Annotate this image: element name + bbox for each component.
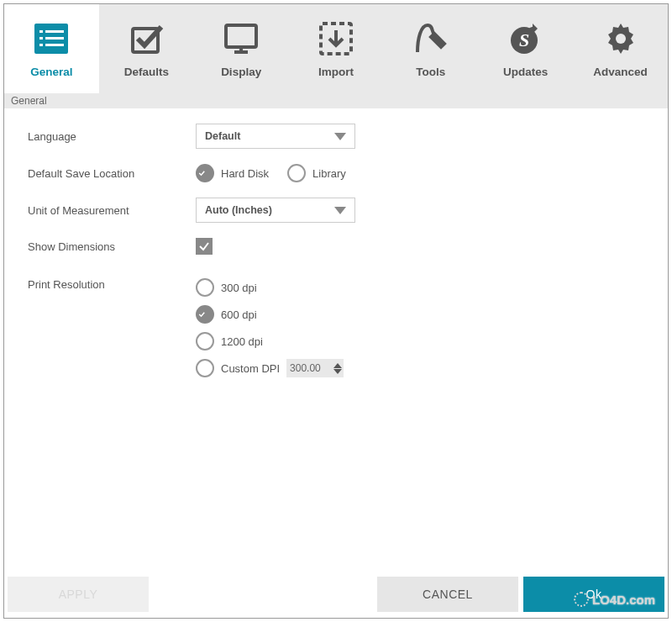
radio-icon — [196, 332, 214, 351]
language-label: Language — [28, 130, 196, 143]
spin-down-icon[interactable] — [333, 369, 342, 374]
unit-selected: Auto (Inches) — [205, 204, 272, 216]
svg-point-14 — [616, 34, 626, 44]
radio-300dpi[interactable]: 300 dpi — [196, 278, 257, 297]
tab-label: Defaults — [124, 66, 169, 78]
radio-label: 300 dpi — [221, 282, 257, 294]
tab-label: Advanced — [593, 66, 648, 78]
chevron-down-icon — [334, 207, 346, 214]
radio-label: 1200 dpi — [221, 335, 263, 348]
svg-rect-6 — [45, 44, 64, 46]
show-dimensions-label: Show Dimensions — [28, 240, 196, 253]
tab-advanced[interactable]: Advanced — [573, 4, 668, 93]
tab-import[interactable]: Import — [289, 4, 384, 93]
spin-up-icon[interactable] — [333, 363, 342, 368]
radio-icon — [196, 278, 214, 297]
radio-hard-disk[interactable]: Hard Disk — [196, 164, 269, 182]
tab-label: General — [30, 66, 72, 78]
tabs-bar: General Defaults Display Import Tools — [4, 4, 668, 93]
tab-label: Display — [221, 66, 261, 78]
pen-icon — [412, 20, 449, 57]
svg-rect-5 — [39, 44, 43, 46]
chevron-down-icon — [334, 133, 346, 140]
save-location-label: Default Save Location — [28, 167, 196, 180]
radio-library[interactable]: Library — [287, 164, 346, 182]
svg-rect-4 — [45, 37, 64, 40]
monitor-icon — [223, 20, 260, 57]
tab-label: Import — [318, 66, 354, 78]
tab-tools[interactable]: Tools — [383, 4, 478, 93]
radio-icon — [196, 359, 214, 377]
language-dropdown[interactable]: Default — [196, 124, 355, 149]
svg-rect-8 — [226, 25, 256, 47]
radio-label: Custom DPI — [221, 362, 280, 375]
print-resolution-label: Print Resolution — [28, 278, 196, 291]
svg-rect-2 — [45, 30, 64, 33]
show-dimensions-checkbox[interactable] — [196, 238, 213, 255]
tab-updates[interactable]: S Updates — [478, 4, 573, 93]
unit-label: Unit of Measurement — [28, 204, 196, 217]
language-selected: Default — [205, 130, 240, 142]
apply-button: APPLY — [8, 577, 149, 612]
footer-bar: APPLY CANCEL Ok — [4, 574, 668, 618]
radio-icon — [287, 164, 306, 182]
custom-dpi-spinner — [286, 359, 344, 377]
checkbox-icon — [128, 20, 165, 57]
section-title: General — [4, 93, 668, 108]
tab-label: Updates — [503, 66, 548, 78]
svg-rect-3 — [39, 37, 43, 40]
radio-label: Library — [312, 167, 346, 180]
tab-general[interactable]: General — [4, 4, 99, 93]
unit-dropdown[interactable]: Auto (Inches) — [196, 198, 355, 223]
svg-rect-1 — [39, 30, 43, 33]
import-icon — [318, 20, 354, 57]
radio-label: 600 dpi — [221, 308, 257, 321]
list-icon — [33, 20, 70, 57]
svg-text:S: S — [519, 29, 529, 50]
radio-icon — [196, 164, 214, 182]
radio-custom-dpi[interactable]: Custom DPI — [196, 359, 344, 377]
tab-defaults[interactable]: Defaults — [99, 4, 194, 93]
tab-display[interactable]: Display — [194, 4, 289, 93]
ok-button[interactable]: Ok — [523, 577, 664, 612]
gear-icon — [602, 20, 639, 57]
custom-dpi-input[interactable] — [286, 359, 333, 377]
radio-600dpi[interactable]: 600 dpi — [196, 305, 257, 324]
updates-icon: S — [507, 20, 544, 57]
radio-1200dpi[interactable]: 1200 dpi — [196, 332, 263, 351]
tab-label: Tools — [416, 66, 445, 78]
cancel-button[interactable]: CANCEL — [377, 577, 518, 612]
form-area: Language Default Default Save Location H… — [4, 108, 668, 574]
radio-label: Hard Disk — [221, 167, 269, 180]
radio-icon — [196, 305, 214, 324]
settings-window: General Defaults Display Import Tools — [3, 3, 669, 619]
